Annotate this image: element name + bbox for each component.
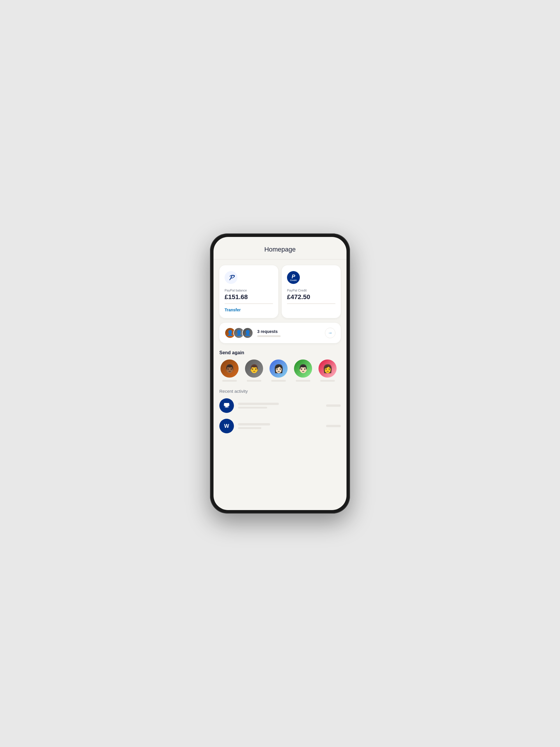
requests-arrow-button[interactable]: → [325, 328, 336, 338]
credit-p-icon: P [292, 274, 295, 279]
activity-line1-2 [238, 423, 270, 426]
activity-item-1[interactable] [219, 398, 341, 413]
person-name-bar-4 [296, 380, 310, 382]
requests-card[interactable]: 👤 👤 👤 3 requests → [219, 323, 341, 343]
requests-label: 3 requests [257, 329, 325, 334]
paypal-p-icon: 𝓟 [229, 274, 233, 282]
activity-item-2[interactable]: W [219, 419, 341, 433]
activity-line2-2 [238, 427, 261, 429]
person-avatar-4: 👨🏻 [294, 360, 312, 378]
credit-label: PayPal Credit [287, 289, 336, 292]
paypal-logo: 𝓟 [224, 271, 237, 284]
credit-text: Credit [290, 279, 297, 281]
activity-icon-store [219, 398, 234, 413]
person-name-bar-1 [222, 380, 237, 382]
send-again-row: 👨🏾 👨 👩🏻 [219, 360, 341, 382]
page-title: Homepage [219, 246, 341, 253]
activity-icon-w: W [219, 419, 234, 433]
screen-scroll[interactable]: Homepage 𝓟 PayPal balance £151.68 Transf… [213, 237, 347, 510]
balance-cards-row: 𝓟 PayPal balance £151.68 Transfer P Cred… [219, 265, 341, 318]
person-avatar-3: 👩🏻 [269, 360, 288, 378]
send-person-2[interactable]: 👨 [244, 360, 264, 382]
activity-line1-1 [238, 403, 279, 405]
balance-label: PayPal balance [224, 289, 273, 292]
credit-amount: £472.50 [287, 293, 336, 301]
arrow-right-icon: → [328, 330, 332, 336]
send-again-title: Send again [219, 350, 341, 355]
phone-screen: Homepage 𝓟 PayPal balance £151.68 Transf… [213, 237, 347, 510]
send-person-5[interactable]: 👩 [317, 360, 338, 382]
paypal-credit-card[interactable]: P Credit PayPal Credit £472.50 [282, 265, 341, 318]
requests-info: 3 requests [257, 329, 325, 337]
activity-w-letter: W [224, 423, 229, 429]
store-svg-icon [223, 402, 231, 409]
svg-rect-0 [224, 403, 229, 404]
title-divider [213, 259, 347, 259]
paypal-balance-card[interactable]: 𝓟 PayPal balance £151.68 Transfer [219, 265, 278, 318]
activity-info-2 [238, 423, 326, 429]
person-avatar-1: 👨🏾 [220, 360, 239, 378]
phone-frame: Homepage 𝓟 PayPal balance £151.68 Transf… [210, 233, 350, 514]
request-avatar-3: 👤 [242, 327, 253, 338]
person-avatar-2: 👨 [245, 360, 263, 378]
balance-amount: £151.68 [224, 293, 273, 301]
send-person-4[interactable]: 👨🏻 [293, 360, 313, 382]
person-name-bar-3 [271, 380, 286, 382]
person-name-bar-5 [320, 380, 335, 382]
activity-amount-2 [326, 425, 341, 427]
svg-rect-3 [226, 406, 228, 407]
credit-logo-wrapper: P Credit [290, 274, 297, 281]
credit-logo: P Credit [287, 271, 300, 284]
person-name-bar-2 [247, 380, 261, 382]
request-avatars: 👤 👤 👤 [224, 327, 253, 338]
requests-sub-bar [257, 335, 281, 337]
send-person-3[interactable]: 👩🏻 [268, 360, 289, 382]
activity-info-1 [238, 403, 326, 409]
activity-line2-1 [238, 407, 267, 409]
transfer-link[interactable]: Transfer [224, 308, 273, 312]
send-person-1[interactable]: 👨🏾 [219, 360, 240, 382]
person-avatar-5: 👩 [319, 360, 337, 378]
credit-divider [287, 303, 336, 304]
activity-amount-1 [326, 405, 341, 407]
balance-divider [224, 303, 273, 304]
recent-activity-title: Recent activity [219, 389, 341, 394]
